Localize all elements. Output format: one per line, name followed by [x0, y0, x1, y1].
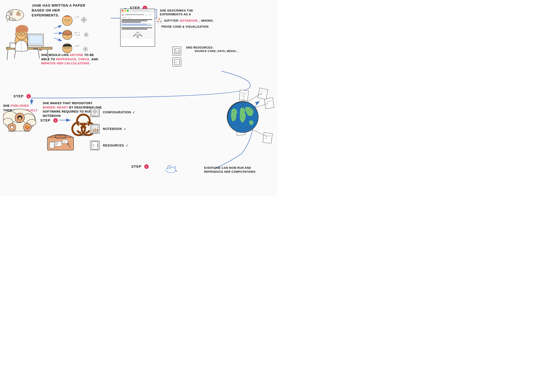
- svg-line-155: [239, 125, 241, 129]
- step3-badge: STEP 3: [40, 118, 58, 123]
- svg-point-44: [83, 19, 85, 21]
- nb-minimize-btn: [124, 10, 126, 12]
- svg-point-87: [20, 116, 22, 117]
- svg-point-86: [18, 116, 19, 117]
- svg-text:a·e^x dx: a·e^x dx: [74, 34, 80, 36]
- nb-expand-btn: [127, 10, 129, 12]
- svg-text:√: √: [74, 45, 76, 48]
- globe-section: √x √ √x √ √x: [211, 88, 274, 155]
- svg-point-76: [175, 49, 176, 50]
- everyone-text: EVERYONE CAN NOW RUN AND REPRODUCE HER C…: [204, 166, 259, 174]
- svg-rect-108: [49, 142, 55, 148]
- svg-point-66: [85, 48, 86, 50]
- svg-point-68: [158, 19, 160, 20]
- svg-text:GITLAB: GITLAB: [24, 130, 30, 132]
- svg-text:x+1: x+1: [76, 16, 79, 18]
- notebook-plot: [122, 30, 154, 39]
- svg-text:f(x) = ∫: f(x) = ∫: [74, 31, 80, 34]
- notebook-toolbar: [121, 9, 155, 13]
- nb-url-bar: [131, 10, 150, 11]
- checklist: CONFIGURATION ✓ NOTEBOOK ✓: [90, 107, 150, 157]
- config-icon: [90, 107, 100, 117]
- jupyter-logo: [156, 17, 162, 24]
- svg-rect-26: [33, 48, 38, 49]
- svg-line-19: [7, 49, 8, 60]
- nb-circle-btn: [151, 9, 154, 12]
- step2-badge: STEP 2: [14, 94, 31, 99]
- resource-braces: { }: [172, 58, 181, 66]
- resources-checklist-icon: { }: [90, 141, 100, 150]
- svg-rect-159: [168, 166, 171, 167]
- svg-point-73: [123, 15, 124, 16]
- image-icon: [172, 47, 181, 55]
- svg-line-17: [38, 49, 40, 58]
- notebook-mockup: = 6(f·−·)∑ =: [120, 9, 155, 47]
- svg-rect-125: [95, 129, 96, 132]
- svg-point-69: [157, 21, 159, 22]
- svg-point-70: [160, 21, 161, 22]
- svg-text:GITHUB: GITHUB: [15, 122, 21, 123]
- notebook-content: = 6(f·−·)∑ =: [121, 13, 155, 40]
- svg-text:LAR: LAR: [55, 144, 57, 145]
- svg-text:n²+1: n²+1: [76, 45, 79, 47]
- jupyter-logo-area: Jupyter NOTEBOOK , MIXING:: [156, 17, 214, 24]
- notebook-pink-label: NOTEBOOK: [180, 19, 198, 22]
- nb-close-btn: [122, 10, 124, 12]
- checklist-configuration: CONFIGURATION ✓: [90, 107, 150, 117]
- resource-image: [172, 47, 181, 55]
- svg-line-154: [246, 93, 263, 103]
- notebook-checklist-icon: [90, 124, 100, 134]
- jupyter-label: Jupyter: [164, 19, 178, 22]
- svg-text:{ }: { }: [93, 143, 98, 147]
- svg-rect-124: [93, 129, 94, 132]
- repo-cloud: GITHUB BITBUCKET GITLAB: [2, 106, 38, 133]
- resources-section: { }: [172, 47, 181, 66]
- svg-marker-75: [174, 50, 179, 53]
- checklist-resources: { } RESOURCES ✓: [90, 141, 150, 150]
- main-canvas: JANE HAS WRITTEN A PAPER BASED ON HER EX…: [0, 0, 278, 196]
- faces-section: √ x+1 f(x) = ∫ a·e^x dx: [58, 13, 93, 52]
- svg-rect-92: [11, 127, 13, 129]
- mixing-items: PROSE CODE & VISUALIZATION: [161, 24, 209, 29]
- toolbox: SINGU- LAR sage: [46, 130, 74, 150]
- svg-line-156: [246, 127, 267, 137]
- svg-point-88: [18, 117, 21, 120]
- svg-text:√: √: [74, 16, 76, 19]
- resources-items: SOURCE CODE, DATA, MEDIA…: [195, 49, 239, 53]
- svg-text:BINDER: BINDER: [80, 134, 87, 136]
- svg-rect-27: [28, 45, 42, 47]
- svg-point-113: [94, 111, 96, 112]
- she-would-like-text: SHE WOULD LIKE ANYONE TO BE ABLE TO REPR…: [41, 53, 101, 66]
- svg-point-72: [122, 15, 123, 16]
- braces-icon: { }: [172, 58, 181, 66]
- svg-rect-24: [29, 35, 42, 44]
- checklist-notebook: NOTEBOOK ✓: [90, 124, 150, 134]
- step4-badge: STEP 4: [131, 164, 149, 169]
- svg-text:sage: sage: [63, 141, 66, 143]
- step1-description: SHE DESCRIBES THE EXPERIMENTS AS A: [160, 9, 210, 16]
- notebook-suffix: , MIXING:: [199, 19, 214, 22]
- svg-rect-126: [96, 129, 98, 132]
- svg-line-152: [243, 95, 244, 109]
- svg-text:SINGU-: SINGU-: [55, 142, 59, 143]
- svg-line-153: [248, 103, 268, 111]
- docker-whale: [165, 163, 177, 175]
- svg-rect-158: [167, 167, 171, 169]
- svg-text:{ }: { }: [175, 61, 180, 64]
- svg-point-71: [122, 14, 123, 14]
- svg-text:BITBUCKET: BITBUCKET: [8, 131, 15, 132]
- svg-point-56: [85, 34, 87, 36]
